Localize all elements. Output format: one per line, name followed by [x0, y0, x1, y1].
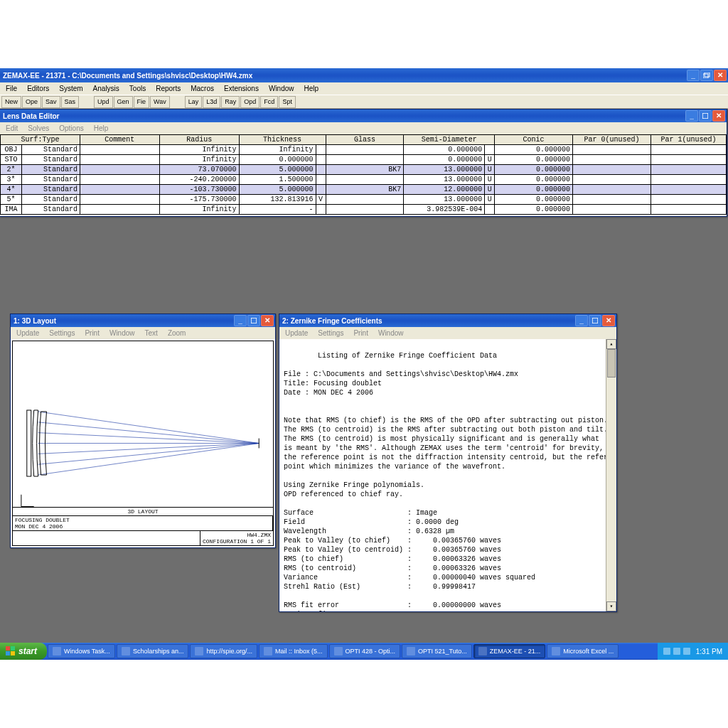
table-cell[interactable] [316, 175, 326, 185]
menu-item-analysis[interactable]: Analysis [89, 84, 124, 93]
table-cell[interactable]: 0.000000 [495, 165, 573, 175]
taskbar-button[interactable]: Windows Task... [48, 644, 115, 658]
table-cell[interactable]: -103.730000 [159, 185, 239, 195]
column-header[interactable]: Conic [495, 135, 573, 145]
tray-icon[interactable] [663, 648, 670, 655]
table-cell[interactable]: Standard [21, 165, 80, 175]
3d-layout-window[interactable]: 1: 3D Layout _ ✕ UpdateSettingsPrintWind… [10, 314, 276, 548]
table-cell[interactable]: 132.813916 [239, 195, 316, 205]
column-header[interactable]: Comment [80, 135, 159, 145]
menu-item-settings[interactable]: Settings [45, 328, 79, 338]
layout-maximize-button[interactable] [247, 315, 260, 326]
menu-item-window[interactable]: Window [374, 328, 408, 338]
table-cell[interactable] [651, 175, 726, 185]
table-cell[interactable] [80, 145, 159, 155]
column-header[interactable]: Surf:Type [1, 135, 80, 145]
taskbar-button[interactable]: OPTI 428 - Opti... [329, 644, 401, 658]
table-cell[interactable]: 5* [1, 195, 22, 205]
menu-item-help[interactable]: Help [90, 124, 113, 133]
table-cell[interactable]: 0.000000 [495, 185, 573, 195]
menu-item-tools[interactable]: Tools [125, 84, 150, 93]
table-cell[interactable]: Standard [21, 155, 80, 165]
table-cell[interactable]: -240.200000 [159, 175, 239, 185]
layout-minimize-button[interactable]: _ [234, 315, 247, 326]
menu-item-print[interactable]: Print [80, 328, 104, 338]
table-cell[interactable] [80, 155, 159, 165]
3d-layout-canvas[interactable]: 3D LAYOUT FOCUSING DOUBLET MON DEC 4 200… [12, 341, 274, 546]
taskbar-button[interactable]: ZEMAX-EE - 21... [473, 644, 546, 658]
table-cell[interactable] [651, 145, 726, 155]
menu-item-edit[interactable]: Edit [1, 124, 22, 133]
table-cell[interactable] [326, 175, 404, 185]
table-cell[interactable] [80, 205, 159, 215]
lens-minimize-button[interactable]: _ [685, 110, 698, 122]
table-cell[interactable]: Standard [21, 205, 80, 215]
column-header[interactable]: Glass [326, 135, 404, 145]
table-cell[interactable] [651, 155, 726, 165]
menu-item-window[interactable]: Window [264, 84, 299, 93]
table-cell[interactable] [485, 205, 495, 215]
tray-icon[interactable] [673, 648, 680, 655]
toolbar-button-wav[interactable]: Wav [150, 96, 170, 108]
table-cell[interactable]: 5.000000 [239, 185, 316, 195]
table-cell[interactable]: U [485, 195, 495, 205]
toolbar-button-new[interactable]: New [1, 96, 21, 108]
table-cell[interactable] [573, 175, 651, 185]
zernike-scrollbar[interactable]: ▴ ▾ [606, 339, 616, 611]
table-cell[interactable] [80, 175, 159, 185]
main-titlebar[interactable]: ZEMAX-EE - 21371 - C:\Documents and Sett… [0, 68, 728, 82]
table-cell[interactable]: BK7 [326, 165, 404, 175]
toolbar-button-sav[interactable]: Sav [42, 96, 60, 108]
minimize-button[interactable]: _ [687, 70, 700, 81]
table-cell[interactable]: IMA [1, 205, 22, 215]
table-cell[interactable] [316, 185, 326, 195]
column-header[interactable]: Par 0(unused) [573, 135, 651, 145]
table-row[interactable]: OBJStandardInfinityInfinity0.0000000.000… [1, 145, 727, 155]
menu-item-update[interactable]: Update [281, 328, 312, 338]
taskbar-button[interactable]: Scholarships an... [117, 644, 189, 658]
toolbar-button-fie[interactable]: Fie [134, 96, 150, 108]
menu-item-extensions[interactable]: Extensions [220, 84, 263, 93]
toolbar-button-opd[interactable]: Opd [240, 96, 259, 108]
lens-data-table[interactable]: Surf:TypeCommentRadiusThicknessGlassSemi… [0, 134, 727, 215]
menu-item-solves[interactable]: Solves [23, 124, 53, 133]
table-cell[interactable]: - [239, 205, 316, 215]
menu-item-help[interactable]: Help [300, 84, 323, 93]
table-cell[interactable] [80, 165, 159, 175]
table-cell[interactable] [326, 205, 404, 215]
table-cell[interactable]: U [485, 175, 495, 185]
table-cell[interactable] [573, 195, 651, 205]
lens-close-button[interactable]: ✕ [712, 110, 725, 122]
table-cell[interactable]: 5.000000 [239, 165, 316, 175]
table-cell[interactable]: STO [1, 155, 22, 165]
table-row[interactable]: 2*Standard73.0700005.000000BK713.000000U… [1, 165, 727, 175]
table-cell[interactable]: 0.000000 [495, 195, 573, 205]
zernike-minimize-button[interactable]: _ [575, 315, 588, 326]
table-cell[interactable]: OBJ [1, 145, 22, 155]
system-tray[interactable]: 1:31 PM [658, 643, 728, 660]
lens-maximize-button[interactable] [699, 110, 712, 122]
table-cell[interactable]: U [485, 155, 495, 165]
table-cell[interactable]: Infinity [159, 145, 239, 155]
table-cell[interactable] [316, 145, 326, 155]
table-cell[interactable] [573, 205, 651, 215]
table-row[interactable]: 5*Standard-175.730000132.813916V13.00000… [1, 195, 727, 205]
table-cell[interactable] [651, 205, 726, 215]
scroll-thumb[interactable] [607, 349, 616, 378]
taskbar-button[interactable]: http://spie.org/... [190, 644, 257, 658]
zernike-text-area[interactable]: Listing of Zernike Fringe Coefficient Da… [279, 339, 616, 611]
table-cell[interactable]: 0.000000 [495, 155, 573, 165]
table-cell[interactable]: Infinity [159, 205, 239, 215]
table-cell[interactable] [651, 165, 726, 175]
toolbar-button-upd[interactable]: Upd [94, 96, 113, 108]
menu-item-editors[interactable]: Editors [23, 84, 53, 93]
table-cell[interactable]: 0.000000 [404, 145, 485, 155]
table-cell[interactable]: Infinity [159, 155, 239, 165]
table-cell[interactable]: 0.000000 [495, 175, 573, 185]
table-cell[interactable]: 0.000000 [495, 205, 573, 215]
taskbar-button[interactable]: Microsoft Excel ... [547, 644, 619, 658]
table-cell[interactable]: 0.000000 [495, 145, 573, 155]
menu-item-text[interactable]: Text [141, 328, 162, 338]
table-cell[interactable] [316, 165, 326, 175]
table-cell[interactable]: 73.070000 [159, 165, 239, 175]
